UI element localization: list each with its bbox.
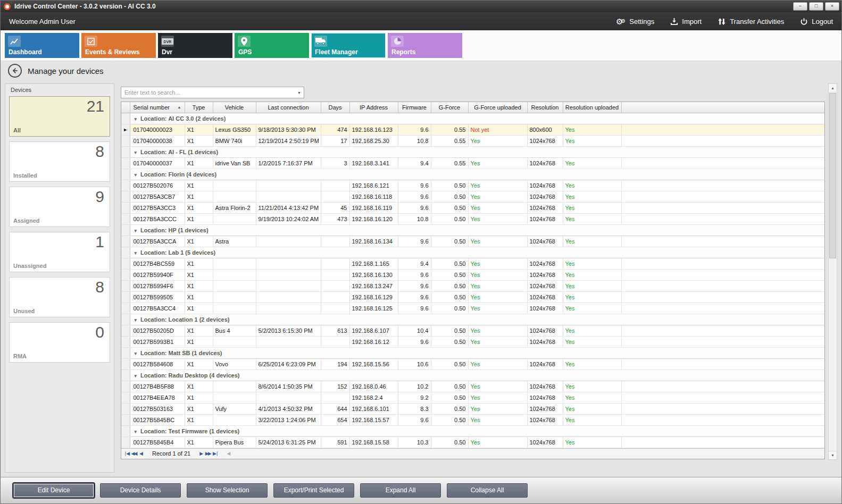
footer-button-export-print-selected[interactable]: Export/Print Selected [273, 483, 354, 498]
device-row[interactable]: 00127B5993B1X1192.168.16.129.60.50Yes102… [121, 336, 824, 347]
collapse-group-icon[interactable]: ▾ [135, 317, 137, 323]
device-row[interactable]: 00127B4B5F88X18/6/2014 1:50:35 PM152192.… [121, 381, 824, 392]
transfer-activities-button[interactable]: Transfer Activities [718, 18, 784, 26]
group-header-cell[interactable]: ▾Location: HP (1 devices) [130, 224, 824, 236]
collapse-group-icon[interactable]: ▾ [135, 429, 137, 434]
group-row[interactable]: ▾Location: Radu Desktop (4 devices) [121, 369, 824, 381]
group-header-cell[interactable]: ▾Location: Lab 1 (5 devices) [130, 247, 824, 258]
tab-events-reviews[interactable]: Events & Reviews [81, 33, 156, 58]
device-row[interactable]: 00127B5A3CB7X1192.168.16.1189.60.50Yes10… [121, 191, 824, 202]
dropdown-arrow-icon[interactable]: ▼ [295, 91, 304, 95]
settings-button[interactable]: ⚙⚙Settings [616, 18, 654, 26]
column-header-firmware[interactable]: Firmware [398, 102, 431, 113]
search-combobox[interactable]: ▼ [121, 87, 304, 98]
tab-dvr[interactable]: DVRDvr [158, 33, 232, 58]
pager-next-page-button[interactable]: ▶▶ [205, 451, 212, 456]
column-header-resolution[interactable]: Resolution [527, 102, 563, 113]
device-filter-card-all[interactable]: 21All [9, 96, 110, 137]
group-header-cell[interactable]: ▾Location: AI CC 3.0 (2 devices) [130, 113, 824, 124]
device-filter-card-rma[interactable]: 0RMA [9, 322, 110, 363]
pager-prev-button[interactable]: ◀ [138, 451, 145, 456]
device-row[interactable]: 00127B5845B4X1Pipera Bus5/24/2013 6:31:2… [121, 436, 824, 448]
device-row[interactable]: 00127B4EEA78X1192.168.2.49.20.50Yes1024x… [121, 392, 824, 403]
group-row[interactable]: ▾Location: Lab 1 (5 devices) [121, 247, 824, 258]
group-row[interactable]: ▾Location: HP (1 devices) [121, 224, 824, 236]
column-header-vehicle[interactable]: Vehicle [213, 102, 256, 113]
group-header-cell[interactable]: ▾Location: Matt SB (1 devices) [130, 347, 824, 358]
group-header-cell[interactable]: ▾Location: Test Firmware (1 devices) [130, 425, 824, 436]
group-header-cell[interactable]: ▾Location: Radu Desktop (4 devices) [130, 369, 824, 381]
device-row[interactable]: 00127B50205DX1Bus 45/2/2013 6:15:30 PM61… [121, 325, 824, 336]
tab-gps[interactable]: GPS [235, 33, 309, 58]
collapse-group-icon[interactable]: ▾ [135, 150, 137, 155]
group-row[interactable]: ▾Location: Florin (4 devices) [121, 169, 824, 180]
collapse-group-icon[interactable]: ▾ [135, 228, 137, 233]
pager-first-button[interactable]: |◀ [124, 451, 131, 456]
scroll-down-button[interactable]: ▼ [829, 451, 837, 459]
tab-dashboard[interactable]: Dashboard [5, 33, 79, 58]
device-row[interactable]: 017040000037X1idrive Van SB1/2/2015 7:16… [121, 157, 824, 169]
device-row[interactable]: 017040000038X1BMW 740i12/19/2014 2:50:19… [121, 135, 824, 146]
pager-scroll-left-button[interactable]: ◀ [225, 451, 232, 456]
group-header-cell[interactable]: ▾Location: Florin (4 devices) [130, 169, 824, 180]
device-filter-card-assigned[interactable]: 9Assigned [9, 187, 110, 227]
device-row[interactable]: 00127B584608X1Vovo6/25/2014 6:23:09 PM19… [121, 358, 824, 369]
pager-last-button[interactable]: ▶| [212, 451, 219, 456]
device-row[interactable]: 00127B5994F6X1192.168.13.2479.60.50Yes10… [121, 280, 824, 291]
column-header-last-connection[interactable]: Last connection [256, 102, 321, 113]
group-row[interactable]: ▾Location: Test Firmware (1 devices) [121, 425, 824, 436]
collapse-group-icon[interactable]: ▾ [135, 172, 137, 178]
device-row[interactable]: 00127B5A3CC4X1192.168.16.1259.60.50Yes10… [121, 303, 824, 314]
search-input[interactable] [121, 89, 295, 96]
device-row[interactable]: 00127B503163X1Vufy4/1/2013 4:50:32 PM644… [121, 403, 824, 414]
import-button[interactable]: Import [670, 18, 702, 26]
close-button[interactable]: × [825, 2, 839, 11]
group-header-cell[interactable]: ▾Location: AI - FL (1 devices) [130, 146, 824, 157]
collapse-group-icon[interactable]: ▾ [135, 351, 137, 356]
device-row[interactable]: 00127B5845BCX13/22/2013 1:24:06 PM654192… [121, 414, 824, 425]
device-filter-card-unused[interactable]: 8Unused [9, 277, 110, 317]
footer-button-device-details[interactable]: Device Details [100, 483, 181, 498]
collapse-group-icon[interactable]: ▾ [135, 250, 137, 256]
group-row[interactable]: ▾Location: Matt SB (1 devices) [121, 347, 824, 358]
filler-cell [621, 280, 824, 291]
device-row[interactable]: 00127B5A3CCCX19/19/2013 10:24:02 AM47319… [121, 213, 824, 224]
group-header-cell[interactable]: ▾Location: Location 1 (2 devices) [130, 314, 824, 325]
minimize-button[interactable]: − [793, 2, 807, 11]
device-row[interactable]: 00127B4BC559X1192.168.1.1659.40.50Yes102… [121, 258, 824, 269]
device-row[interactable]: ►017040000023X1Lexus GS3509/18/2013 5:30… [121, 124, 824, 135]
vertical-scrollbar[interactable]: ▲ ▼ [828, 83, 837, 460]
footer-button-collapse-all[interactable]: Collapse All [447, 483, 528, 498]
column-header-serial-number[interactable]: Serial number▲ [130, 102, 185, 113]
collapse-group-icon[interactable]: ▾ [135, 116, 137, 122]
scroll-up-button[interactable]: ▲ [829, 84, 837, 93]
column-header-g-force-uploaded[interactable]: G-Force uploaded [468, 102, 527, 113]
device-row[interactable]: 00127B502076X1192.168.6.1219.60.50Yes102… [121, 180, 824, 191]
logout-button[interactable]: Logout [800, 18, 833, 26]
collapse-group-icon[interactable]: ▾ [135, 373, 137, 379]
column-header-type[interactable]: Type [185, 102, 213, 113]
device-row[interactable]: 00127B599505X1192.168.16.1299.60.50Yes10… [121, 291, 824, 303]
footer-button-show-selection[interactable]: Show Selection [187, 483, 268, 498]
tab-fleet-manager[interactable]: Fleet Manager [311, 33, 386, 58]
pager-prev-page-button[interactable]: ◀◀ [131, 451, 138, 456]
column-header-resolution-uploaded[interactable]: Resolution uploaded [563, 102, 621, 113]
group-row[interactable]: ▾Location: Location 1 (2 devices) [121, 314, 824, 325]
back-button[interactable] [8, 64, 22, 78]
device-row[interactable]: 00127B5A3CC3X1Astra Florin-211/21/2014 4… [121, 202, 824, 213]
device-filter-card-installed[interactable]: 8Installed [9, 141, 110, 182]
column-header-ip-address[interactable]: IP Address [349, 102, 398, 113]
device-filter-card-unassigned[interactable]: 1Unassigned [9, 232, 110, 272]
scroll-thumb[interactable] [829, 93, 836, 258]
column-header-g-force[interactable]: G-Force [431, 102, 468, 113]
group-row[interactable]: ▾Location: AI CC 3.0 (2 devices) [121, 113, 824, 124]
footer-button-expand-all[interactable]: Expand All [360, 483, 441, 498]
pager-next-button[interactable]: ▶ [198, 451, 205, 456]
device-row[interactable]: 00127B59940FX1192.168.16.1309.60.50Yes10… [121, 269, 824, 280]
group-row[interactable]: ▾Location: AI - FL (1 devices) [121, 146, 824, 157]
maximize-button[interactable]: □ [809, 2, 823, 11]
footer-button-edit-device[interactable]: Edit Device [13, 483, 94, 498]
column-header-days[interactable]: Days [321, 102, 349, 113]
device-row[interactable]: 00127B5A3CCAX1Astra192.168.16.1349.60.50… [121, 236, 824, 247]
tab-reports[interactable]: Reports [388, 33, 462, 58]
